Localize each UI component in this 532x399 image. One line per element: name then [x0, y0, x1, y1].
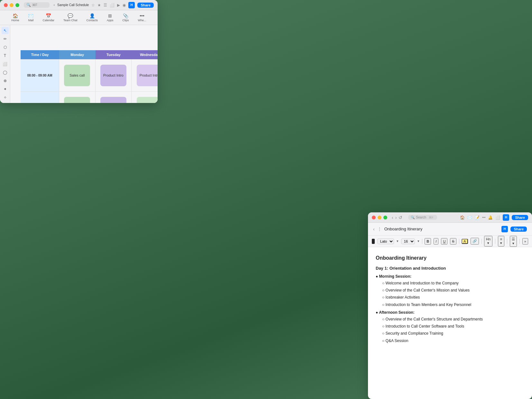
bold-button[interactable]: B — [425, 238, 431, 245]
maximize-button[interactable] — [15, 3, 19, 7]
video-icon[interactable]: ▶ — [117, 3, 120, 7]
chevron-font-icon: ▾ — [397, 239, 399, 243]
notes-back-doc-icon[interactable]: ‹ — [373, 227, 375, 232]
afternoon-session-header: ● Afternoon Session: ○ Overview of the C… — [376, 309, 524, 344]
notes-nav-icons: ‹ › ↺ — [392, 215, 402, 220]
sidebar-rect-icon[interactable]: ⬜ — [2, 60, 9, 68]
calendar-row-1: 08:00 - 09:00 AM Sales call Product Intr… — [21, 60, 158, 92]
event-sales-call-mon-1[interactable]: Sales call — [64, 65, 90, 86]
morning-item-4: ○ Introduction to Team Members and Key P… — [382, 302, 524, 308]
list-icon[interactable]: ☰ — [104, 3, 107, 7]
sidebar-shape-icon[interactable]: ⬡ — [2, 44, 9, 51]
notes-back-icon[interactable]: ‹ — [392, 215, 393, 220]
more-toolbar-button[interactable]: » — [522, 238, 528, 245]
nav-clips[interactable]: 📎 Clips — [118, 12, 133, 23]
afternoon-item-2: ○ Introduction to Call Center Software a… — [382, 323, 524, 329]
sidebar-circle-icon[interactable]: ◯ — [2, 69, 9, 76]
event-product-intro-tue[interactable]: Product Intro — [100, 65, 126, 86]
nav-teamchat[interactable]: 💬 Team Chat — [59, 12, 82, 23]
event-cell-wed-2[interactable]: Sales call — [132, 92, 158, 103]
search-label: ⌘F — [32, 3, 37, 7]
sidebar-pencil-icon[interactable]: ✏ — [2, 35, 9, 42]
toolbar-divider-3 — [482, 239, 482, 244]
apps-icon: ⊞ — [108, 13, 112, 18]
notes-minimize-button[interactable] — [378, 216, 381, 219]
event-cell-mon-1[interactable]: Sales call — [59, 60, 96, 91]
notes-home-nav-icon[interactable]: 🏠 — [460, 215, 465, 220]
heading-button[interactable]: Hn ▾ — [484, 236, 492, 246]
notes-search-bar[interactable]: 🔍 Search ⌘F — [408, 215, 437, 220]
notes-refresh-icon[interactable]: ↺ — [399, 215, 402, 220]
morning-item-3: ○ Icebreaker Activities — [382, 294, 524, 301]
header-monday: Monday — [59, 50, 96, 59]
notes-maximize-button[interactable] — [383, 216, 387, 219]
sidebar-cursor-icon[interactable]: ↖ — [2, 27, 9, 34]
header-time: Time / Day — [21, 50, 59, 59]
nav-back[interactable]: ‹ — [54, 3, 55, 7]
sidebar-add-icon[interactable]: ⊕ — [2, 77, 9, 84]
titlebar-right: ‹ Sample Call Schedule ☆ ★ ☰ ⬜ ▶ ◉ H Sha… — [54, 2, 154, 8]
morning-item-1: ○ Welcome and Introduction to the Compan… — [382, 280, 524, 286]
minimize-button[interactable] — [10, 3, 14, 7]
window-title: Sample Call Schedule — [57, 3, 89, 7]
notes-more-options-icon[interactable]: ⋮ — [377, 227, 382, 232]
event-cell-mon-2[interactable]: Sales call — [59, 92, 96, 103]
event-product-intro-wed[interactable]: Product Intro — [137, 65, 158, 86]
notes-notification-icon[interactable]: 🔔 — [488, 215, 493, 220]
notes-doc-share-button[interactable]: Share — [510, 227, 527, 232]
notes-doc-header: ‹ ⋮ Onboarding Itinerary H Share — [368, 223, 532, 236]
share-button[interactable]: Share — [137, 3, 154, 8]
highlight-button[interactable]: A — [462, 239, 468, 244]
sidebar-text-icon[interactable]: T — [2, 52, 9, 59]
notes-notes-nav-icon[interactable]: 📝 — [475, 215, 480, 220]
notes-mail-nav-icon[interactable]: ✉️ — [467, 215, 472, 220]
event-cell-tue-2[interactable]: Follow Up — [96, 92, 132, 103]
notes-forward-icon[interactable]: › — [395, 215, 397, 220]
nav-apps[interactable]: ⊞ Apps — [102, 12, 118, 23]
nav-clips-label: Clips — [123, 19, 129, 22]
sidebar-star-icon[interactable]: ✦ — [2, 86, 9, 93]
event-cell-tue-1[interactable]: Product Intro — [96, 60, 132, 91]
nav-contacts-label: Contacts — [87, 19, 98, 22]
toolbar-divider-4 — [495, 239, 495, 244]
event-follow-up-tue[interactable]: Follow Up — [100, 97, 126, 103]
afternoon-item-1: ○ Overview of the Call Center's Structur… — [382, 316, 524, 322]
event-sales-call-wed[interactable]: Sales call — [137, 97, 158, 103]
list-button[interactable]: ☰ ▾ — [510, 236, 517, 247]
contacts-icon: 👤 — [89, 13, 95, 18]
strikethrough-button[interactable]: S — [450, 238, 456, 245]
nav-home[interactable]: 🏠 Home — [7, 12, 23, 23]
titlebar-search[interactable]: 🔍 ⌘F — [24, 2, 50, 8]
event-cell-wed-1[interactable]: Product Intro — [132, 60, 158, 91]
clips-icon: 📎 — [123, 13, 128, 18]
nav-mail[interactable]: ✉️ Mail — [23, 12, 38, 23]
notes-more-nav-icon[interactable]: ••• — [482, 216, 486, 219]
search-icon: 🔍 — [26, 3, 31, 7]
sidebar: ↖ ✏ ⬡ T ⬜ ◯ ⊕ ✦ ✧ — [0, 25, 10, 103]
italic-button[interactable]: I — [434, 238, 438, 245]
sidebar-magic-icon[interactable]: ✧ — [2, 94, 9, 101]
nav-mail-label: Mail — [28, 19, 34, 22]
align-button[interactable]: ≡ ▾ — [498, 236, 505, 246]
font-family-select[interactable]: Lato — [377, 238, 394, 244]
notes-sidebar-icon[interactable]: ⬜ — [495, 215, 500, 220]
notes-search-shortcut: ⌘F — [429, 216, 434, 219]
audio-icon[interactable]: ◉ — [123, 3, 126, 7]
notes-share-button[interactable]: Share — [512, 215, 528, 220]
close-button[interactable] — [4, 3, 8, 7]
nav-calendar[interactable]: 📅 Calendar — [38, 12, 59, 23]
font-size-select[interactable]: 16 — [401, 238, 415, 244]
monitor-icon[interactable]: ⬜ — [110, 3, 115, 7]
nav-calendar-label: Calendar — [42, 19, 54, 22]
underline-button[interactable]: U — [441, 238, 447, 245]
notes-window: ‹ › ↺ 🔍 Search ⌘F 🏠 ✉️ 📝 ••• 🔔 ⬜ H Share… — [368, 212, 532, 399]
nav-contacts[interactable]: 👤 Contacts — [82, 12, 103, 23]
color-picker[interactable] — [372, 239, 375, 244]
event-sales-call-mon-2[interactable]: Sales call — [64, 97, 90, 103]
nav-more[interactable]: ••• Whe... — [133, 12, 151, 23]
notes-close-button[interactable] — [372, 216, 376, 219]
star-icon[interactable]: ★ — [97, 3, 101, 7]
notes-content-area: Onboarding Itinerary Day 1: Orientation … — [368, 247, 532, 384]
link-button[interactable]: 🔗 — [471, 238, 479, 245]
bookmark-icon[interactable]: ☆ — [91, 3, 95, 7]
